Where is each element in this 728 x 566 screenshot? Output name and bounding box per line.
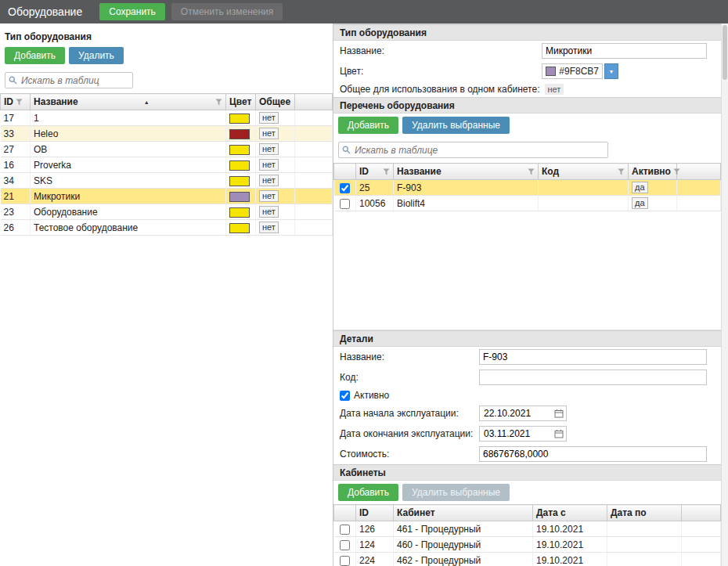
types-delete-button[interactable]: Удалить xyxy=(69,47,124,64)
common-badge: нет xyxy=(259,206,279,218)
filter-icon[interactable] xyxy=(673,168,680,175)
page-title: Оборудование xyxy=(8,5,82,18)
col-header-id[interactable]: ID xyxy=(356,505,394,521)
cancel-changes-button[interactable]: Отменить изменения xyxy=(171,3,283,20)
cell-id: 126 xyxy=(356,521,394,537)
cabinets-delete-button[interactable]: Удалить выбранные xyxy=(402,484,510,501)
scrollbar-thumb[interactable] xyxy=(723,25,727,80)
equipment-add-button[interactable]: Добавить xyxy=(338,117,398,134)
cabinets-table-header-row: ID Кабинет Дата с Дата по xyxy=(334,505,721,521)
end-date-input[interactable] xyxy=(482,427,554,440)
row-checkbox[interactable] xyxy=(340,199,350,209)
row-checkbox[interactable] xyxy=(340,540,350,550)
filler-cell xyxy=(295,126,333,142)
col-header-date-to[interactable]: Дата по xyxy=(607,505,682,521)
table-row[interactable]: 23 Оборудование нет xyxy=(1,204,333,220)
col-header-active[interactable]: Активно xyxy=(629,164,677,180)
equipment-search-box[interactable] xyxy=(338,142,608,158)
color-dropdown-button[interactable]: ▼ xyxy=(604,63,618,79)
filter-icon[interactable] xyxy=(383,168,390,175)
col-header-date-from[interactable]: Дата с xyxy=(533,505,607,521)
table-row[interactable]: 33 Heleo нет xyxy=(1,126,333,142)
equipment-table: ID Название Код Активно 25 F-903 да xyxy=(333,163,721,211)
details-code-input[interactable] xyxy=(479,370,707,385)
col-header-id[interactable]: ID xyxy=(1,94,31,110)
col-header-cabinet[interactable]: Кабинет xyxy=(394,505,533,521)
table-row[interactable]: 124 460 - Процедурный 19.10.2021 xyxy=(334,537,721,553)
row-checkbox[interactable] xyxy=(340,525,350,535)
col-header-color[interactable]: Цвет xyxy=(226,94,256,110)
equipment-types-panel: Тип оборудования Добавить Удалить ID Наз… xyxy=(0,23,333,566)
start-date-field[interactable] xyxy=(479,406,567,421)
col-header-code[interactable]: Код xyxy=(539,164,629,180)
common-badge: нет xyxy=(259,159,279,171)
type-name-label: Название: xyxy=(340,45,542,56)
row-checkbox[interactable] xyxy=(340,183,350,193)
color-swatch xyxy=(229,192,250,202)
table-row[interactable]: 224 462 - Процедурный 19.10.2021 xyxy=(334,553,721,566)
cabinets-add-button[interactable]: Добавить xyxy=(338,484,398,501)
cell-id: 27 xyxy=(1,142,31,157)
end-date-field[interactable] xyxy=(479,426,567,442)
col-header-id[interactable]: ID xyxy=(356,164,394,180)
cost-label: Стоимость: xyxy=(340,449,479,460)
color-swatch xyxy=(229,223,250,233)
filler-cell xyxy=(295,157,333,173)
equipment-delete-button[interactable]: Удалить выбранные xyxy=(402,117,510,134)
table-row[interactable]: 26 Тестовое оборудование нет xyxy=(1,220,333,236)
cell-name: Proverka xyxy=(31,157,226,173)
table-row[interactable]: 126 461 - Процедурный 19.10.2021 xyxy=(334,521,721,537)
cell-date-from: 19.10.2021 xyxy=(533,537,607,553)
cost-input[interactable] xyxy=(479,446,707,462)
table-row[interactable]: 17 1 нет xyxy=(1,110,333,126)
color-swatch xyxy=(229,129,250,139)
filler-column xyxy=(295,94,333,110)
common-badge: нет xyxy=(259,128,279,139)
col-header-name[interactable]: Название xyxy=(394,164,539,180)
col-header-common[interactable]: Общее xyxy=(256,94,295,110)
types-add-button[interactable]: Добавить xyxy=(5,47,65,64)
calendar-icon[interactable] xyxy=(554,429,564,438)
cell-name: Оборудование xyxy=(31,204,226,220)
type-color-label: Цвет: xyxy=(340,66,542,77)
color-swatch xyxy=(546,67,556,76)
equipment-search-input[interactable] xyxy=(353,144,604,157)
col-header-select[interactable] xyxy=(334,505,356,521)
vertical-scrollbar[interactable] xyxy=(721,23,728,566)
filter-icon[interactable] xyxy=(618,168,625,175)
filter-icon[interactable] xyxy=(528,168,535,175)
calendar-icon[interactable] xyxy=(554,409,564,418)
table-row[interactable]: 16 Proverka нет xyxy=(1,157,333,173)
cell-id: 10056 xyxy=(356,196,394,211)
table-row[interactable]: 10056 Biolift4 да xyxy=(334,196,721,211)
details-name-input[interactable] xyxy=(479,349,707,365)
table-row-selected[interactable]: 21 Микротики нет xyxy=(1,189,333,204)
types-search-input[interactable] xyxy=(20,74,129,87)
active-badge: да xyxy=(632,182,648,193)
active-checkbox[interactable] xyxy=(340,391,350,401)
filler-cell xyxy=(295,220,333,236)
types-search-box[interactable] xyxy=(5,72,133,88)
sort-asc-icon[interactable]: ▲ xyxy=(144,99,150,105)
type-name-input[interactable] xyxy=(542,43,707,59)
color-picker[interactable]: #9F8CB7 ▼ xyxy=(542,63,618,79)
cell-id: 23 xyxy=(1,204,31,220)
save-button[interactable]: Сохранить xyxy=(99,3,165,20)
cell-id: 16 xyxy=(1,157,31,173)
cell-name: Heleo xyxy=(31,126,226,142)
cell-select xyxy=(334,537,356,553)
cell-id: 224 xyxy=(356,553,394,566)
row-checkbox[interactable] xyxy=(340,556,350,566)
cell-common: нет xyxy=(256,157,295,173)
table-row[interactable]: 34 SKS нет xyxy=(1,173,333,189)
types-panel-title: Тип оборудования xyxy=(0,28,333,44)
start-date-input[interactable] xyxy=(482,407,554,420)
filter-icon[interactable] xyxy=(16,99,23,106)
filter-icon[interactable] xyxy=(215,99,222,106)
table-row-selected[interactable]: 25 F-903 да xyxy=(334,180,721,196)
end-date-label: Дата окончания эксплуатации: xyxy=(340,428,479,439)
col-header-select[interactable] xyxy=(334,164,356,180)
color-field[interactable]: #9F8CB7 xyxy=(542,63,603,79)
table-row[interactable]: 27 OB нет xyxy=(1,142,333,157)
col-header-name[interactable]: Название▲ xyxy=(31,94,226,110)
